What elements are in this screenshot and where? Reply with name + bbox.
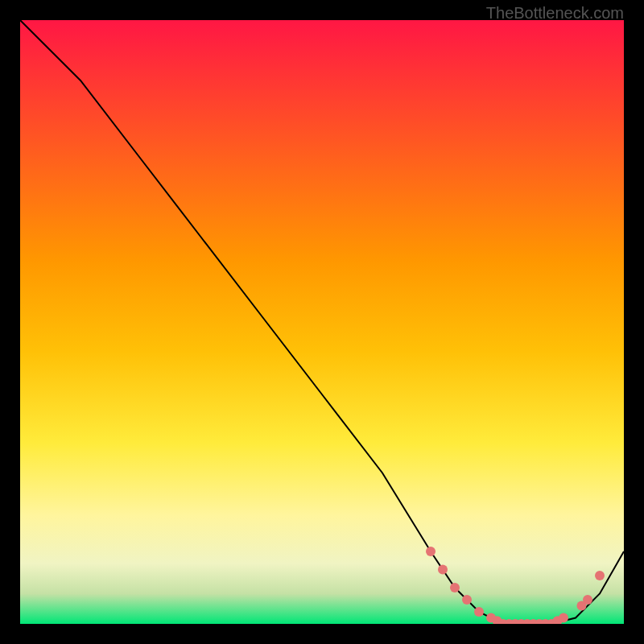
chart-container [20, 20, 624, 624]
svg-point-2 [438, 565, 448, 575]
svg-point-3 [450, 583, 460, 592]
svg-point-18 [559, 613, 568, 623]
chart-curve [20, 20, 624, 624]
svg-point-4 [462, 595, 472, 605]
svg-point-21 [595, 571, 605, 580]
svg-point-1 [426, 547, 436, 556]
svg-point-20 [583, 595, 592, 605]
svg-point-5 [474, 607, 484, 617]
watermark-text: TheBottleneck.com [486, 4, 624, 23]
